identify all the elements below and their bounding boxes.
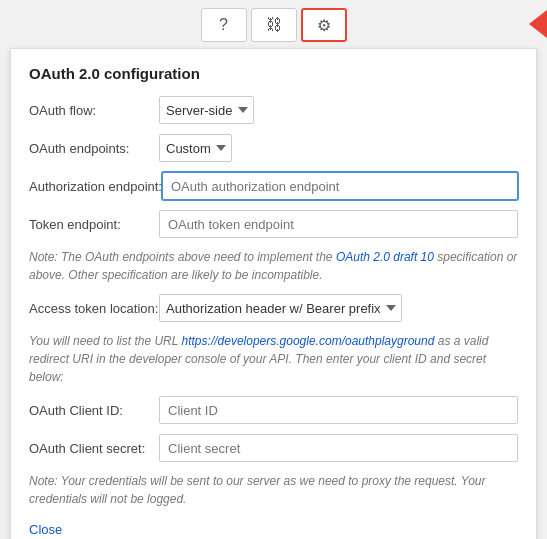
access-token-select[interactable]: Authorization header w/ Bearer prefix (159, 294, 402, 322)
oauth-draft-link[interactable]: OAuth 2.0 draft 10 (336, 250, 434, 264)
client-id-label: OAuth Client ID: (29, 403, 159, 418)
gear-icon: ⚙ (317, 16, 331, 35)
help-button[interactable]: ? (201, 8, 247, 42)
note-credentials: Note: Your credentials will be sent to o… (29, 472, 518, 508)
access-token-row: Access token location: Authorization hea… (29, 294, 518, 322)
client-secret-input[interactable] (159, 434, 518, 462)
oauth-endpoints-label: OAuth endpoints: (29, 141, 159, 156)
token-endpoint-label: Token endpoint: (29, 217, 159, 232)
client-id-input[interactable] (159, 396, 518, 424)
oauth-flow-row: OAuth flow: Server-side (29, 96, 518, 124)
oauth-config-panel: OAuth 2.0 configuration OAuth flow: Serv… (10, 48, 537, 539)
link-icon: ⛓ (266, 16, 282, 34)
note-endpoints: Note: The OAuth endpoints above need to … (29, 248, 518, 284)
info-text-before: You will need to list the URL (29, 334, 182, 348)
panel-title: OAuth 2.0 configuration (29, 65, 518, 82)
client-id-row: OAuth Client ID: (29, 396, 518, 424)
auth-endpoint-row: Authorization endpoint: (29, 172, 518, 200)
arrow-indicator (529, 10, 547, 38)
close-link[interactable]: Close (29, 522, 62, 537)
playground-url-link[interactable]: https://developers.google.com/oauthplayg… (182, 334, 435, 348)
token-endpoint-input[interactable] (159, 210, 518, 238)
client-secret-row: OAuth Client secret: (29, 434, 518, 462)
redirect-uri-info: You will need to list the URL https://de… (29, 332, 518, 386)
client-secret-label: OAuth Client secret: (29, 441, 159, 456)
access-token-label: Access token location: (29, 301, 159, 316)
help-icon: ? (219, 16, 228, 34)
gear-button[interactable]: ⚙ (301, 8, 347, 42)
token-endpoint-row: Token endpoint: (29, 210, 518, 238)
oauth-flow-select[interactable]: Server-side (159, 96, 254, 124)
oauth-flow-label: OAuth flow: (29, 103, 159, 118)
link-button[interactable]: ⛓ (251, 8, 297, 42)
oauth-endpoints-row: OAuth endpoints: Custom (29, 134, 518, 162)
toolbar: ? ⛓ ⚙ (0, 0, 547, 48)
auth-endpoint-label: Authorization endpoint: (29, 179, 162, 194)
auth-endpoint-input[interactable] (162, 172, 518, 200)
oauth-endpoints-select[interactable]: Custom (159, 134, 232, 162)
